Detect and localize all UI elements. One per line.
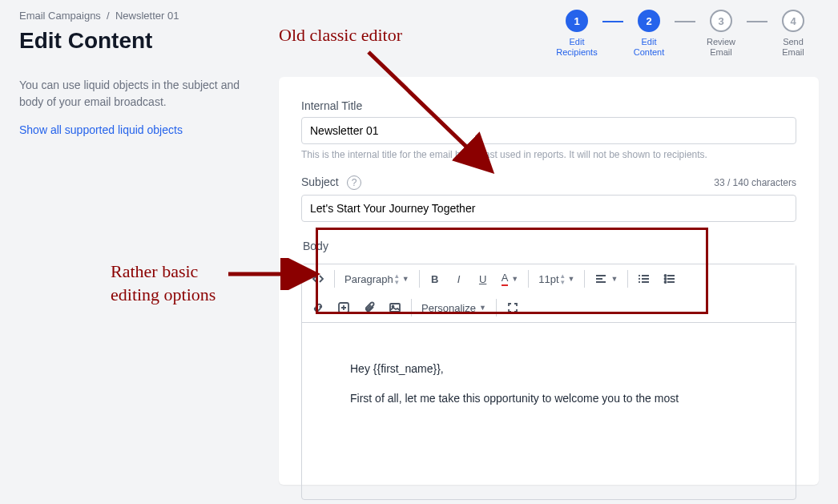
step-connector — [602, 21, 623, 22]
link-icon — [312, 301, 324, 314]
content-card: Internal Title This is the internal titl… — [279, 77, 819, 485]
svg-point-2 — [665, 281, 667, 283]
ordered-list-button[interactable] — [633, 268, 655, 290]
paperclip-icon — [363, 301, 376, 314]
bold-button[interactable]: B — [425, 268, 445, 290]
underline-button[interactable]: U — [473, 268, 494, 290]
subject-input[interactable] — [301, 195, 796, 222]
subject-label: Subject — [301, 175, 339, 188]
body-line: First of all, let me take this opportuni… — [350, 389, 747, 407]
body-line: Hey {{first_name}}, — [350, 360, 747, 377]
step-circle-2: 2 — [638, 10, 660, 32]
svg-point-1 — [665, 278, 667, 280]
align-button[interactable]: ▼ — [590, 268, 622, 290]
image-button[interactable] — [384, 296, 406, 319]
font-size-dropdown[interactable]: 11pt ▴▾ ▼ — [534, 268, 579, 290]
sort-icon: ▴▾ — [561, 272, 565, 285]
chevron-down-icon: ▼ — [479, 304, 486, 312]
page-title: Edit Content — [19, 28, 551, 54]
helper-text: You can use liquid objects in the subjec… — [19, 77, 260, 111]
text-color-button[interactable]: A ▼ — [497, 268, 524, 290]
step-edit-recipients[interactable]: 1 Edit Recipients — [551, 10, 602, 58]
align-left-icon — [594, 272, 607, 285]
body-editor: Paragraph ▴▾ ▼ B I U A ▼ 11pt ▴▾ — [301, 264, 796, 500]
step-connector — [747, 21, 767, 22]
chevron-down-icon: ▼ — [402, 275, 409, 283]
expand-icon — [506, 301, 519, 314]
svg-rect-4 — [390, 304, 400, 312]
code-icon — [312, 272, 324, 285]
code-view-button[interactable] — [307, 268, 329, 290]
ordered-list-icon — [638, 272, 651, 285]
subject-char-count: 33 / 140 characters — [714, 177, 796, 188]
sort-icon: ▴▾ — [395, 272, 399, 285]
breadcrumb: Email Campaigns / Newsletter 01 — [19, 10, 551, 22]
editor-toolbar: Paragraph ▴▾ ▼ B I U A ▼ 11pt ▴▾ — [302, 264, 796, 323]
fullscreen-button[interactable] — [502, 296, 524, 319]
unordered-list-button[interactable] — [659, 268, 681, 290]
plus-square-icon — [337, 301, 350, 314]
step-connector — [675, 21, 695, 22]
chevron-down-icon: ▼ — [511, 275, 518, 283]
insert-button[interactable] — [332, 296, 355, 319]
italic-button[interactable]: I — [449, 268, 469, 290]
editor-canvas[interactable]: Hey {{first_name}}, First of all, let me… — [302, 323, 796, 499]
personalize-dropdown[interactable]: Personalize ▼ — [417, 296, 491, 319]
step-circle-4: 4 — [782, 10, 804, 32]
body-label: Body — [301, 236, 796, 256]
step-circle-1: 1 — [566, 10, 588, 32]
internal-title-input[interactable] — [301, 117, 796, 144]
chevron-down-icon: ▼ — [568, 275, 575, 283]
breadcrumb-current: Newsletter 01 — [115, 10, 179, 22]
unordered-list-icon — [663, 272, 676, 285]
internal-title-hint: This is the internal title for the email… — [301, 149, 796, 160]
help-icon[interactable]: ? — [347, 175, 361, 190]
breadcrumb-parent[interactable]: Email Campaigns — [19, 10, 101, 22]
show-liquid-objects-link[interactable]: Show all supported liquid objects — [19, 123, 183, 136]
step-edit-content[interactable]: 2 Edit Content — [623, 10, 675, 58]
stepper: 1 Edit Recipients 2 Edit Content 3 Revie… — [551, 10, 819, 58]
chevron-down-icon: ▼ — [610, 275, 618, 283]
svg-point-0 — [665, 275, 667, 276]
step-review-email[interactable]: 3 Review Email — [695, 10, 747, 58]
internal-title-label: Internal Title — [301, 99, 796, 112]
step-circle-3: 3 — [710, 10, 732, 32]
link-button[interactable] — [307, 296, 329, 319]
attachment-button[interactable] — [358, 296, 381, 319]
image-icon — [389, 301, 401, 314]
paragraph-style-dropdown[interactable]: Paragraph ▴▾ ▼ — [340, 268, 414, 290]
step-send-email[interactable]: 4 Send Email — [767, 10, 819, 58]
